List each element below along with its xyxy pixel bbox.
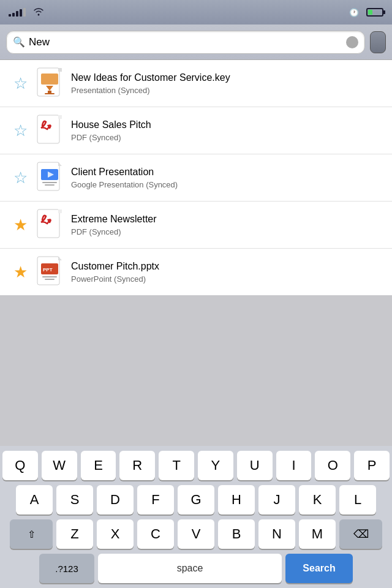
file-info: House Sales Pitch PDF (Synced) (71, 119, 383, 142)
svg-rect-5 (48, 91, 51, 93)
list-item[interactable]: ★ PPT Customer Pitch.pptx PowerPoint (Sy… (0, 249, 392, 295)
key-m[interactable]: M (299, 519, 336, 549)
keyboard-row-1: QWERTYUIOP (2, 451, 390, 480)
file-name: Customer Pitch.pptx (71, 260, 383, 273)
key-w[interactable]: W (42, 451, 77, 480)
file-name: House Sales Pitch (71, 119, 383, 132)
search-bar: 🔍 (0, 24, 392, 60)
key-i[interactable]: I (276, 451, 312, 480)
keyboard-row-2: ASDFGHJKL (2, 485, 390, 514)
file-icon (34, 113, 65, 148)
file-icon (34, 160, 65, 195)
key-n[interactable]: N (258, 519, 295, 549)
svg-rect-7 (37, 115, 59, 143)
svg-rect-18 (58, 209, 62, 213)
file-icon (34, 208, 65, 242)
search-input-wrapper[interactable]: 🔍 (6, 31, 365, 54)
svg-rect-13 (42, 182, 57, 183)
clear-button[interactable] (346, 36, 358, 48)
key-p[interactable]: P (354, 451, 390, 480)
key-h[interactable]: H (218, 485, 255, 514)
key-x[interactable]: X (97, 519, 134, 549)
key-o[interactable]: O (315, 451, 350, 480)
file-meta: PDF (Synced) (71, 133, 383, 142)
key-u[interactable]: U (237, 451, 273, 480)
star-button[interactable]: ★ (9, 260, 32, 284)
signal-bars-icon (9, 8, 26, 17)
file-name: Extreme Newsletter (71, 213, 383, 226)
status-left (9, 7, 44, 18)
svg-rect-3 (41, 74, 58, 85)
list-item[interactable]: ☆ Client Presentation Google Presentatio… (0, 154, 392, 202)
key-k[interactable]: K (299, 485, 336, 514)
search-key[interactable]: Search (285, 554, 353, 583)
key-q[interactable]: Q (2, 451, 38, 480)
cancel-button[interactable] (370, 31, 386, 53)
file-icon (34, 66, 65, 100)
status-bar: 🕐 (0, 0, 392, 24)
file-meta: Google Presentation (Synced) (71, 180, 383, 189)
star-button[interactable]: ☆ (9, 166, 32, 189)
file-name: New Ideas for Customer Service.key (71, 72, 383, 85)
keyboard-row-3: ⇧ZXCVBNM⌫ (2, 519, 390, 549)
file-meta: PDF (Synced) (71, 227, 383, 236)
key-f[interactable]: F (137, 485, 174, 514)
file-info: Client Presentation Google Presentation … (71, 166, 383, 189)
delete-key[interactable]: ⌫ (339, 519, 382, 549)
list-item[interactable]: ☆ New Ideas for Customer Service.key Pre… (0, 60, 392, 107)
wifi-icon (33, 7, 44, 18)
key-l[interactable]: L (339, 485, 376, 514)
key-d[interactable]: D (97, 485, 134, 514)
status-right: 🕐 (349, 8, 383, 17)
star-button[interactable]: ☆ (9, 72, 32, 95)
star-button[interactable]: ☆ (9, 119, 32, 142)
keyboard-bottom-row: .?123spaceSearch (2, 554, 390, 583)
results-list: ☆ New Ideas for Customer Service.key Pre… (0, 60, 392, 295)
svg-rect-16 (37, 209, 59, 238)
key-s[interactable]: S (56, 485, 93, 514)
file-meta: Presentation (Synced) (71, 86, 383, 95)
search-icon: 🔍 (13, 36, 25, 48)
key-v[interactable]: V (178, 519, 214, 549)
key-a[interactable]: A (16, 485, 53, 514)
key-z[interactable]: Z (56, 519, 93, 549)
list-item[interactable]: ☆ House Sales Pitch PDF (Synced) (0, 107, 392, 154)
svg-rect-2 (58, 68, 62, 72)
battery-icon (366, 8, 383, 17)
key-r[interactable]: R (119, 451, 155, 480)
space-key[interactable]: space (98, 554, 282, 583)
file-name: Client Presentation (71, 166, 383, 179)
file-info: Extreme Newsletter PDF (Synced) (71, 213, 383, 236)
file-info: New Ideas for Customer Service.key Prese… (71, 72, 383, 95)
key-g[interactable]: G (178, 485, 214, 514)
file-icon: PPT (34, 255, 65, 289)
file-meta: PowerPoint (Synced) (71, 274, 383, 284)
svg-rect-22 (42, 276, 57, 277)
search-input[interactable] (29, 36, 342, 48)
svg-rect-23 (45, 279, 55, 280)
key-e[interactable]: E (81, 451, 116, 480)
key-j[interactable]: J (258, 485, 295, 514)
clock-icon: 🕐 (349, 8, 359, 17)
svg-rect-9 (58, 115, 62, 119)
svg-rect-6 (45, 93, 55, 94)
svg-text:PPT: PPT (43, 267, 53, 273)
keyboard: QWERTYUIOP ASDFGHJKL ⇧ZXCVBNM⌫ .?123spac… (0, 446, 392, 588)
shift-key[interactable]: ⇧ (10, 519, 53, 549)
file-info: Customer Pitch.pptx PowerPoint (Synced) (71, 260, 383, 284)
key-b[interactable]: B (218, 519, 255, 549)
list-item[interactable]: ★ Extreme Newsletter PDF (Synced) (0, 202, 392, 249)
key-t[interactable]: T (159, 451, 194, 480)
numbers-key[interactable]: .?123 (39, 554, 94, 583)
key-c[interactable]: C (137, 519, 174, 549)
svg-rect-14 (45, 184, 55, 186)
key-y[interactable]: Y (198, 451, 233, 480)
star-button[interactable]: ★ (9, 213, 32, 236)
